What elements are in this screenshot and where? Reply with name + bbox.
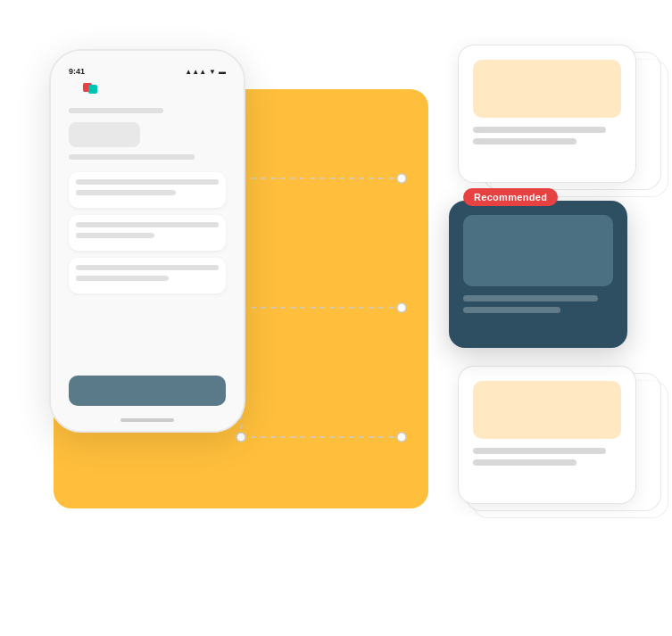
phone-screen: 9:41 ▲▲▲ ▼ ▬ [51,51,244,431]
section3-line2 [76,276,169,281]
bottom-card-image-area [473,381,621,439]
section2-line1 [76,222,219,227]
dashed-connection-lines [232,143,428,464]
section1-line1 [76,179,219,185]
phone-mockup: 9:41 ▲▲▲ ▼ ▬ [49,49,245,433]
phone-cta-button[interactable] [69,376,226,406]
phone-section-1 [69,172,226,208]
bottom-card-stack [458,366,654,504]
top-card [458,45,636,183]
bottom-card [458,366,636,504]
content-title-line [69,108,163,113]
wifi-icon: ▼ [209,68,216,76]
svg-point-6 [397,433,406,442]
recommended-card-wrap: Recommended [449,201,654,348]
logo-teal-square [88,85,97,94]
recommended-card-line-1 [463,295,598,301]
recommended-card-line-2 [463,307,560,313]
svg-point-9 [236,433,245,442]
phone-status-bar: 9:41 ▲▲▲ ▼ ▬ [62,63,233,76]
status-icons: ▲▲▲ ▼ ▬ [185,68,226,76]
top-card-stack [458,45,654,183]
scene: 9:41 ▲▲▲ ▼ ▬ [0,0,672,636]
phone-section-2 [69,215,226,251]
section2-line2 [76,233,154,238]
section3-line1 [76,265,219,270]
content-line-1 [69,154,195,160]
phone-content [62,108,233,293]
top-card-line-1 [473,127,606,133]
top-card-image-area [473,60,621,118]
phone-home-indicator [120,418,174,422]
status-time: 9:41 [69,67,85,76]
phone-section-3 [69,258,226,293]
app-logo [69,83,95,99]
bottom-card-line-1 [473,448,606,454]
svg-point-5 [397,303,406,312]
cards-container: Recommended [449,27,654,607]
recommended-card [449,201,627,348]
bottom-card-line-2 [473,459,577,466]
svg-point-4 [397,174,406,183]
content-card-placeholder [69,122,140,147]
signal-icon: ▲▲▲ [185,68,206,76]
top-card-line-2 [473,138,577,145]
battery-icon: ▬ [219,68,226,76]
recommended-badge: Recommended [463,188,558,206]
section1-line2 [76,190,176,195]
recommended-card-image [463,215,613,286]
